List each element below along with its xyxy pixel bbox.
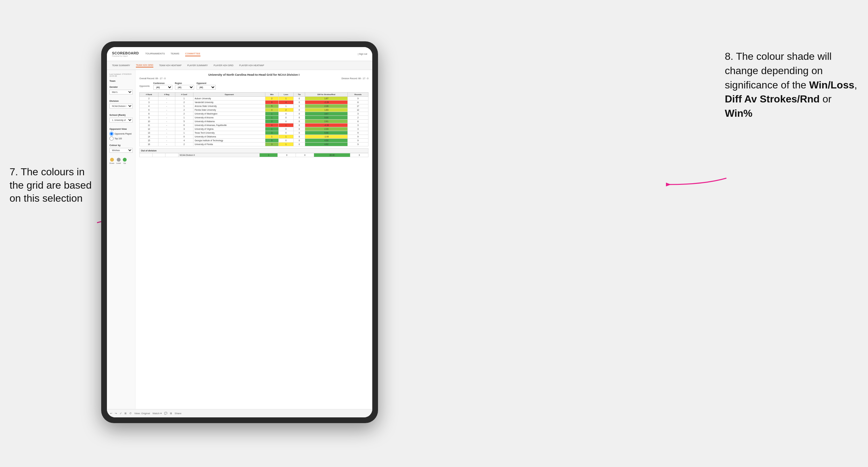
cell-reg: - — [158, 143, 175, 146]
division-select[interactable]: NCAA Division I — [110, 104, 133, 108]
toolbar-comment[interactable]: 💬 — [164, 412, 167, 415]
right-panel: University of North Carolina Head-to-Hea… — [135, 70, 372, 409]
cell-win: 5 — [266, 104, 278, 108]
radio-top100[interactable]: Top 100 — [110, 136, 133, 141]
cell-diff: 3.67 — [305, 112, 348, 116]
cell-rank: 12 — [140, 127, 158, 131]
cell-diff: 2.61 — [305, 120, 348, 123]
toolbar-undo[interactable]: ↩ — [110, 412, 112, 415]
conference-select[interactable]: (All) — [153, 85, 173, 90]
col-reg: # Reg — [158, 93, 175, 97]
school-label: School (Rank) — [110, 114, 133, 117]
cell-win: 1 — [266, 112, 278, 116]
sub-nav-team-h2h-heatmap[interactable]: TEAM H2H HEATMAP — [159, 64, 182, 67]
sign-out[interactable]: | Sign out — [358, 53, 367, 55]
toolbar-redo[interactable]: ↪ — [115, 412, 117, 415]
color-up: Up — [123, 158, 127, 164]
opponent-label: Opponent — [197, 82, 216, 84]
table-row: 11 - 6 University of Arkansas, Fayettevi… — [140, 123, 368, 127]
cell-conf: 0 — [175, 135, 193, 139]
cell-opponent: Auburn University — [193, 97, 266, 100]
cell-rounds: 9 — [348, 131, 368, 135]
cell-conf: 1 — [175, 131, 193, 135]
cell-opponent: Georgia Institute of Technology — [193, 139, 266, 143]
conference-filter: Conference (All) — [153, 82, 173, 90]
cell-tie: 0 — [294, 112, 305, 116]
colour-by-section: Colour by Win/loss — [110, 144, 133, 155]
cell-win: 4 — [266, 108, 278, 112]
cell-diff: 1.67 — [305, 97, 348, 100]
cell-rank: 11 — [140, 123, 158, 127]
nav-committee[interactable]: COMMITTEE — [185, 52, 200, 56]
table-row: 9 - 1 University of Arizona 1 0 0 9.00 2 — [140, 116, 368, 120]
division-record: Division Record: 88 - 17 - 0 — [341, 77, 368, 80]
school-select[interactable]: 1. University of Nort... — [110, 118, 133, 122]
region-select[interactable]: (All) — [175, 85, 194, 90]
toolbar-grid[interactable]: ⊞ — [170, 412, 172, 415]
conference-label: Conference — [153, 82, 173, 84]
cell-diff: 4.50 — [305, 139, 348, 143]
cell-loss: 0 — [278, 131, 294, 135]
cell-reg: - — [158, 97, 175, 100]
cell-conf: 2 — [175, 100, 193, 104]
cell-rounds: 9 — [348, 135, 368, 139]
sub-nav-team-summary[interactable]: TEAM SUMMARY — [112, 64, 130, 67]
toolbar-copy[interactable]: ⊞ — [124, 412, 127, 415]
cell-rounds: 9 — [348, 97, 368, 100]
team-label: Team — [110, 80, 133, 83]
od-rounds: 3 — [350, 153, 368, 157]
cell-conf: 5 — [175, 120, 193, 123]
gender-section: Gender Men's — [110, 86, 133, 96]
cell-opponent: University of Oklahoma — [193, 135, 266, 139]
toolbar-share[interactable]: Share — [175, 412, 181, 415]
cell-loss: 1 — [278, 97, 294, 100]
cell-opponent: Arizona State University — [193, 104, 266, 108]
sub-nav-player-h2h-heatmap[interactable]: PLAYER H2H HEATMAP — [239, 64, 264, 67]
cell-reg: - — [158, 139, 175, 143]
cell-loss: 1 — [278, 143, 294, 146]
overall-record: Overall Record: 89 - 17 - 0 — [140, 77, 165, 80]
last-updated: Last Updated: 27/03/2024 16:55:38 — [110, 73, 133, 77]
sub-nav-player-summary[interactable]: PLAYER SUMMARY — [187, 64, 208, 67]
colour-by-select[interactable]: Win/loss — [110, 148, 133, 153]
cell-win: 1 — [266, 116, 278, 120]
table-row: 12 - 3 University of Virginia 1 0 0 2.33… — [140, 127, 368, 131]
sub-nav-team-h2h-grid[interactable]: TEAM H2H GRID — [136, 63, 153, 67]
annotation-right-bold2: Diff Av Strokes/Rnd — [725, 93, 819, 105]
cell-rank: 6 — [140, 108, 158, 112]
toolbar-time[interactable]: ⏱ — [129, 412, 132, 415]
cell-win: 5 — [266, 139, 278, 143]
toolbar-view[interactable]: View: Original — [134, 412, 150, 415]
cell-loss: 0 — [278, 120, 294, 123]
cell-conf: 6 — [175, 123, 193, 127]
gender-label: Gender — [110, 86, 133, 88]
cell-diff: 5.56 — [305, 131, 348, 135]
opponents-label: Opponents: — [140, 85, 150, 87]
cell-loss: 2 — [278, 108, 294, 112]
sub-nav-player-h2h-grid[interactable]: PLAYER H2H GRID — [214, 64, 234, 67]
od-diff: 26.00 — [314, 153, 350, 157]
table-row: 15 - 4 Georgia Institute of Technology 5… — [140, 139, 368, 143]
od-tie: 0 — [296, 153, 314, 157]
gender-select[interactable]: Men's — [110, 90, 133, 94]
radio-group: Opponents Played Top 100 — [110, 132, 133, 141]
toolbar-watch[interactable]: Watch ▾ — [152, 412, 162, 415]
cell-loss: 0 — [278, 112, 294, 116]
cell-rank: 9 — [140, 116, 158, 120]
annotation-right-bold3: Win% — [725, 107, 752, 119]
table-row: 6 - 2 Florida State University 4 2 0 1.8… — [140, 108, 368, 112]
toolbar-nav[interactable]: ⤢ — [120, 412, 122, 415]
radio-opponents-played[interactable]: Opponents Played — [110, 132, 133, 136]
cell-opponent: University of Virginia — [193, 127, 266, 131]
cell-win: 3 — [266, 143, 278, 146]
region-filter: Region (All) — [175, 82, 194, 90]
opponent-select[interactable]: (All) — [197, 85, 216, 90]
cell-rounds: 3 — [348, 127, 368, 131]
nav-teams[interactable]: TEAMS — [170, 52, 180, 56]
col-win: Win — [266, 93, 278, 97]
cell-opponent: University of Florida — [193, 143, 266, 146]
nav-tournaments[interactable]: TOURNAMENTS — [145, 52, 165, 56]
table-header-row: # Rank # Reg # Conf Opponent Win Loss Ti… — [140, 93, 368, 97]
cell-reg: - — [158, 112, 175, 116]
od-rank — [140, 153, 153, 157]
